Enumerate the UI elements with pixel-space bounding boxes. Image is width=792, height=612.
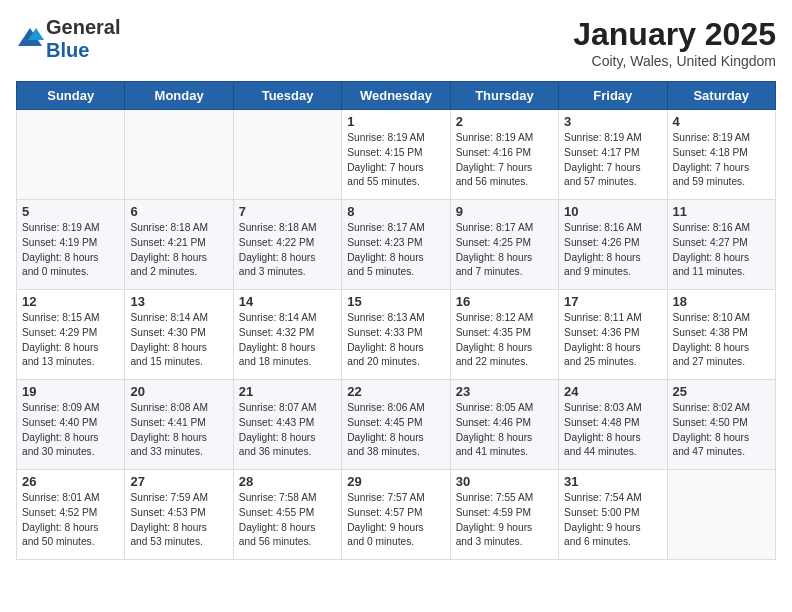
calendar-cell: 8Sunrise: 8:17 AM Sunset: 4:23 PM Daylig…	[342, 200, 450, 290]
weekday-header-monday: Monday	[125, 82, 233, 110]
calendar-header: SundayMondayTuesdayWednesdayThursdayFrid…	[17, 82, 776, 110]
day-number: 29	[347, 474, 444, 489]
calendar-cell	[667, 470, 775, 560]
calendar-cell: 2Sunrise: 8:19 AM Sunset: 4:16 PM Daylig…	[450, 110, 558, 200]
calendar-cell: 25Sunrise: 8:02 AM Sunset: 4:50 PM Dayli…	[667, 380, 775, 470]
day-info: Sunrise: 7:55 AM Sunset: 4:59 PM Dayligh…	[456, 491, 553, 550]
calendar-cell: 9Sunrise: 8:17 AM Sunset: 4:25 PM Daylig…	[450, 200, 558, 290]
calendar-cell: 5Sunrise: 8:19 AM Sunset: 4:19 PM Daylig…	[17, 200, 125, 290]
day-number: 16	[456, 294, 553, 309]
day-number: 19	[22, 384, 119, 399]
calendar-cell: 19Sunrise: 8:09 AM Sunset: 4:40 PM Dayli…	[17, 380, 125, 470]
calendar-cell: 20Sunrise: 8:08 AM Sunset: 4:41 PM Dayli…	[125, 380, 233, 470]
day-info: Sunrise: 7:54 AM Sunset: 5:00 PM Dayligh…	[564, 491, 661, 550]
weekday-header-friday: Friday	[559, 82, 667, 110]
day-info: Sunrise: 8:05 AM Sunset: 4:46 PM Dayligh…	[456, 401, 553, 460]
day-info: Sunrise: 8:19 AM Sunset: 4:17 PM Dayligh…	[564, 131, 661, 190]
day-info: Sunrise: 7:59 AM Sunset: 4:53 PM Dayligh…	[130, 491, 227, 550]
day-info: Sunrise: 8:15 AM Sunset: 4:29 PM Dayligh…	[22, 311, 119, 370]
day-info: Sunrise: 8:17 AM Sunset: 4:23 PM Dayligh…	[347, 221, 444, 280]
day-info: Sunrise: 8:01 AM Sunset: 4:52 PM Dayligh…	[22, 491, 119, 550]
logo-blue-text: Blue	[46, 39, 89, 61]
day-info: Sunrise: 8:16 AM Sunset: 4:27 PM Dayligh…	[673, 221, 770, 280]
calendar-cell: 14Sunrise: 8:14 AM Sunset: 4:32 PM Dayli…	[233, 290, 341, 380]
day-info: Sunrise: 8:10 AM Sunset: 4:38 PM Dayligh…	[673, 311, 770, 370]
calendar-cell: 12Sunrise: 8:15 AM Sunset: 4:29 PM Dayli…	[17, 290, 125, 380]
day-info: Sunrise: 8:17 AM Sunset: 4:25 PM Dayligh…	[456, 221, 553, 280]
calendar-cell: 3Sunrise: 8:19 AM Sunset: 4:17 PM Daylig…	[559, 110, 667, 200]
day-info: Sunrise: 8:19 AM Sunset: 4:18 PM Dayligh…	[673, 131, 770, 190]
calendar-cell: 30Sunrise: 7:55 AM Sunset: 4:59 PM Dayli…	[450, 470, 558, 560]
calendar-cell: 6Sunrise: 8:18 AM Sunset: 4:21 PM Daylig…	[125, 200, 233, 290]
day-number: 7	[239, 204, 336, 219]
day-info: Sunrise: 8:11 AM Sunset: 4:36 PM Dayligh…	[564, 311, 661, 370]
day-number: 21	[239, 384, 336, 399]
day-number: 6	[130, 204, 227, 219]
calendar-cell: 24Sunrise: 8:03 AM Sunset: 4:48 PM Dayli…	[559, 380, 667, 470]
day-number: 22	[347, 384, 444, 399]
day-number: 28	[239, 474, 336, 489]
day-number: 30	[456, 474, 553, 489]
day-number: 8	[347, 204, 444, 219]
calendar-week-1: 1Sunrise: 8:19 AM Sunset: 4:15 PM Daylig…	[17, 110, 776, 200]
day-info: Sunrise: 8:08 AM Sunset: 4:41 PM Dayligh…	[130, 401, 227, 460]
day-number: 12	[22, 294, 119, 309]
day-number: 26	[22, 474, 119, 489]
weekday-header-thursday: Thursday	[450, 82, 558, 110]
day-info: Sunrise: 8:18 AM Sunset: 4:22 PM Dayligh…	[239, 221, 336, 280]
day-number: 15	[347, 294, 444, 309]
day-number: 9	[456, 204, 553, 219]
day-number: 13	[130, 294, 227, 309]
calendar-cell: 23Sunrise: 8:05 AM Sunset: 4:46 PM Dayli…	[450, 380, 558, 470]
day-info: Sunrise: 8:19 AM Sunset: 4:15 PM Dayligh…	[347, 131, 444, 190]
calendar-week-5: 26Sunrise: 8:01 AM Sunset: 4:52 PM Dayli…	[17, 470, 776, 560]
logo: General Blue	[16, 16, 120, 62]
weekday-header-wednesday: Wednesday	[342, 82, 450, 110]
day-number: 27	[130, 474, 227, 489]
day-info: Sunrise: 8:12 AM Sunset: 4:35 PM Dayligh…	[456, 311, 553, 370]
calendar-cell: 13Sunrise: 8:14 AM Sunset: 4:30 PM Dayli…	[125, 290, 233, 380]
day-number: 31	[564, 474, 661, 489]
day-info: Sunrise: 8:16 AM Sunset: 4:26 PM Dayligh…	[564, 221, 661, 280]
day-number: 18	[673, 294, 770, 309]
day-info: Sunrise: 8:06 AM Sunset: 4:45 PM Dayligh…	[347, 401, 444, 460]
calendar-cell: 15Sunrise: 8:13 AM Sunset: 4:33 PM Dayli…	[342, 290, 450, 380]
calendar-cell: 10Sunrise: 8:16 AM Sunset: 4:26 PM Dayli…	[559, 200, 667, 290]
calendar-cell: 1Sunrise: 8:19 AM Sunset: 4:15 PM Daylig…	[342, 110, 450, 200]
day-number: 4	[673, 114, 770, 129]
calendar-title: January 2025	[573, 16, 776, 53]
calendar-cell: 18Sunrise: 8:10 AM Sunset: 4:38 PM Dayli…	[667, 290, 775, 380]
day-info: Sunrise: 7:57 AM Sunset: 4:57 PM Dayligh…	[347, 491, 444, 550]
page-header: General Blue January 2025 Coity, Wales, …	[16, 16, 776, 69]
calendar-week-4: 19Sunrise: 8:09 AM Sunset: 4:40 PM Dayli…	[17, 380, 776, 470]
weekday-header-sunday: Sunday	[17, 82, 125, 110]
day-info: Sunrise: 8:18 AM Sunset: 4:21 PM Dayligh…	[130, 221, 227, 280]
calendar-cell: 27Sunrise: 7:59 AM Sunset: 4:53 PM Dayli…	[125, 470, 233, 560]
weekday-header-row: SundayMondayTuesdayWednesdayThursdayFrid…	[17, 82, 776, 110]
logo-general-text: General	[46, 16, 120, 39]
calendar-cell: 21Sunrise: 8:07 AM Sunset: 4:43 PM Dayli…	[233, 380, 341, 470]
day-number: 3	[564, 114, 661, 129]
day-number: 14	[239, 294, 336, 309]
calendar-table: SundayMondayTuesdayWednesdayThursdayFrid…	[16, 81, 776, 560]
weekday-header-tuesday: Tuesday	[233, 82, 341, 110]
calendar-cell: 22Sunrise: 8:06 AM Sunset: 4:45 PM Dayli…	[342, 380, 450, 470]
calendar-cell: 31Sunrise: 7:54 AM Sunset: 5:00 PM Dayli…	[559, 470, 667, 560]
day-number: 1	[347, 114, 444, 129]
day-info: Sunrise: 7:58 AM Sunset: 4:55 PM Dayligh…	[239, 491, 336, 550]
day-info: Sunrise: 8:09 AM Sunset: 4:40 PM Dayligh…	[22, 401, 119, 460]
calendar-cell: 11Sunrise: 8:16 AM Sunset: 4:27 PM Dayli…	[667, 200, 775, 290]
calendar-cell: 17Sunrise: 8:11 AM Sunset: 4:36 PM Dayli…	[559, 290, 667, 380]
calendar-cell	[125, 110, 233, 200]
day-number: 25	[673, 384, 770, 399]
day-number: 23	[456, 384, 553, 399]
day-info: Sunrise: 8:02 AM Sunset: 4:50 PM Dayligh…	[673, 401, 770, 460]
calendar-cell: 16Sunrise: 8:12 AM Sunset: 4:35 PM Dayli…	[450, 290, 558, 380]
calendar-cell: 28Sunrise: 7:58 AM Sunset: 4:55 PM Dayli…	[233, 470, 341, 560]
logo-icon	[16, 26, 44, 48]
weekday-header-saturday: Saturday	[667, 82, 775, 110]
calendar-cell	[233, 110, 341, 200]
day-info: Sunrise: 8:14 AM Sunset: 4:30 PM Dayligh…	[130, 311, 227, 370]
calendar-subtitle: Coity, Wales, United Kingdom	[573, 53, 776, 69]
calendar-cell: 4Sunrise: 8:19 AM Sunset: 4:18 PM Daylig…	[667, 110, 775, 200]
